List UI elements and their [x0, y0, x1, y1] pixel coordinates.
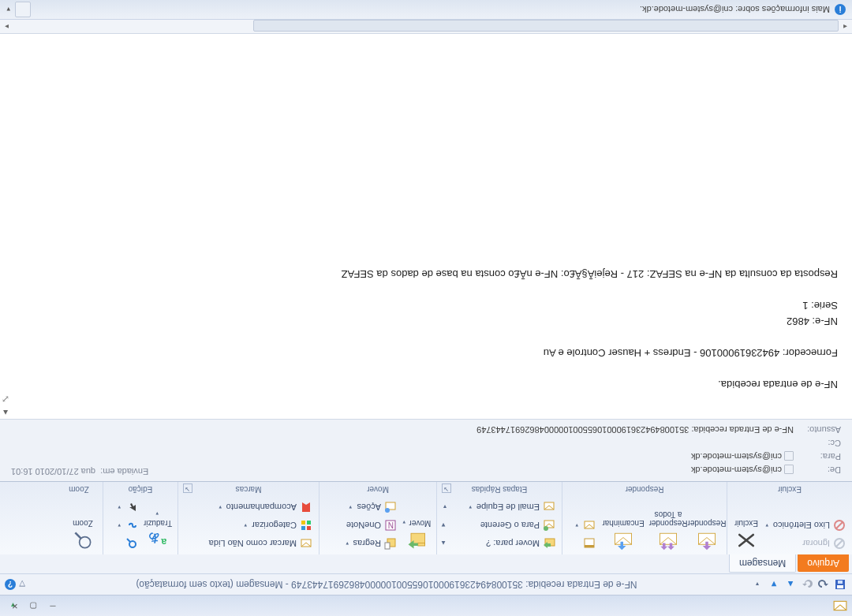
- find-button[interactable]: [114, 535, 141, 552]
- body-line: Resposta da consulta da NF-e na SEFAZ: 2…: [342, 268, 838, 280]
- delete-button[interactable]: Excluir: [731, 519, 762, 553]
- forward-button[interactable]: Encaminhar: [600, 519, 646, 553]
- expand-icon[interactable]: ⤢: [2, 394, 9, 405]
- message-body[interactable]: ▲ ⤢ NF-e de entrada recebida. Fornecedor…: [0, 34, 852, 419]
- move-button[interactable]: Mover ▾: [400, 518, 433, 553]
- svg-text:N: N: [388, 521, 394, 529]
- svg-point-35: [80, 537, 91, 548]
- onenote-button[interactable]: NOneNote: [342, 517, 400, 534]
- svg-point-16: [544, 526, 548, 531]
- save-icon[interactable]: [833, 577, 847, 592]
- svg-line-36: [75, 532, 80, 538]
- body-line: Fornecedor: 49423619000106 - Endress + H…: [544, 347, 838, 359]
- translate-button[interactable]: aあ Traduzir ▾: [141, 510, 174, 553]
- related-button[interactable]: ▾: [114, 517, 141, 534]
- svg-line-5: [836, 540, 843, 547]
- svg-point-33: [129, 541, 136, 547]
- reply-button[interactable]: Responder: [690, 519, 723, 553]
- categorize-button[interactable]: Categorizar▾: [189, 517, 316, 534]
- mark-unread-button[interactable]: Marcar como Não Lida: [189, 535, 316, 552]
- quickstep-manager[interactable]: Para o Gerente: [456, 517, 559, 534]
- undo-icon[interactable]: [816, 577, 831, 592]
- sent-date: Enviada em: qua 27/10/2010 16:01: [11, 467, 148, 476]
- scroll-up-icon[interactable]: ▲: [2, 409, 9, 417]
- prev-item-icon[interactable]: ▲: [783, 577, 798, 592]
- message-header: Enviada em: qua 27/10/2010 16:01 De:cni@…: [0, 419, 852, 481]
- tab-file[interactable]: Arquivo: [798, 554, 849, 572]
- from-value[interactable]: cni@system-metode.dk: [691, 463, 794, 476]
- group-mover: Mover ▾ Regras▾ NOneNote Ações▾ Mover: [319, 482, 436, 554]
- quickstep-move[interactable]: Mover para: ?: [456, 535, 559, 552]
- svg-text:あ: あ: [148, 532, 159, 545]
- group-excluir: Ignorar Lixo Eletrônico▾ Excluir Excluir: [727, 482, 852, 554]
- minimize-ribbon-icon[interactable]: ▽: [19, 581, 25, 589]
- dialog-launcher-icon[interactable]: ↘: [442, 483, 451, 493]
- body-line: NF-e de entrada recebida.: [718, 379, 838, 390]
- subject-value: NF-e de Entrada recebida: 35100849423619…: [476, 423, 794, 436]
- reply-all-button[interactable]: Responder a Todos: [646, 510, 690, 553]
- svg-rect-3: [838, 581, 843, 584]
- group-edicao: aあ Traduzir ▾ ▾ ▾ Edição: [103, 482, 178, 554]
- info-icon: i: [835, 4, 846, 15]
- redo-icon[interactable]: [800, 577, 814, 592]
- svg-point-25: [385, 508, 390, 513]
- chevron-down-icon[interactable]: ▾: [6, 6, 10, 13]
- minimize-button[interactable]: ─: [44, 600, 62, 613]
- rules-button[interactable]: Regras▾: [342, 535, 400, 552]
- chevron-down-icon: ▾: [765, 522, 768, 528]
- avatar[interactable]: [15, 2, 31, 17]
- svg-rect-27: [307, 526, 311, 530]
- more-respond-button[interactable]: ▾: [572, 517, 599, 534]
- actions-button[interactable]: Ações▾: [342, 498, 400, 516]
- help-icon[interactable]: ?: [5, 579, 16, 590]
- group-etapas: Mover para: ? Para o Gerente Email de Eq…: [436, 482, 562, 554]
- svg-rect-2: [837, 585, 843, 588]
- quick-access-toolbar: ▲ ▼ ▾ NF-e de Entrada recebida: 35100849…: [0, 573, 852, 595]
- body-line: NF-e: 4862: [787, 315, 838, 327]
- expand-gallery-icon[interactable]: ▾: [440, 498, 447, 516]
- ribbon: Ignorar Lixo Eletrônico▾ Excluir Excluir…: [0, 481, 852, 554]
- svg-rect-28: [301, 526, 305, 530]
- scroll-up-icon[interactable]: ▲: [440, 535, 447, 552]
- titlebar: ▾: [0, 595, 852, 616]
- close-button[interactable]: ✕: [6, 600, 24, 613]
- group-responder: Responder Responder a Todos Encaminhar ▾…: [562, 482, 727, 554]
- horizontal-scrollbar[interactable]: ◄ ►: [0, 20, 852, 34]
- ribbon-tabs: Arquivo Mensagem: [0, 554, 852, 573]
- window-controls: ─ ▢ ✕: [6, 600, 62, 613]
- junk-button[interactable]: Lixo Eletrônico▾: [762, 517, 849, 534]
- maximize-button[interactable]: ▢: [25, 600, 43, 613]
- scroll-left-icon[interactable]: ◄: [839, 20, 852, 33]
- scroll-thumb[interactable]: [253, 20, 839, 32]
- quickstep-team[interactable]: Email de Equipe▾: [456, 498, 559, 516]
- scroll-down-icon[interactable]: ▼: [440, 517, 447, 534]
- dialog-launcher-icon[interactable]: ↘: [183, 483, 192, 493]
- svg-rect-29: [307, 521, 311, 525]
- qat-dropdown-icon[interactable]: ▾: [750, 577, 764, 592]
- followup-button[interactable]: Acompanhamento▾: [189, 498, 316, 516]
- svg-rect-21: [385, 543, 390, 549]
- status-text[interactable]: Mais informações sobre: cni@system-metod…: [640, 5, 830, 14]
- to-value[interactable]: cni@system-metode.dk: [691, 450, 794, 463]
- body-line: Serie: 1: [802, 300, 838, 312]
- zoom-button[interactable]: Zoom: [66, 519, 99, 553]
- svg-rect-19: [418, 543, 425, 547]
- scroll-right-icon[interactable]: ►: [0, 20, 13, 33]
- system-menu-icon[interactable]: [833, 599, 847, 613]
- svg-line-34: [127, 539, 130, 542]
- ignore-button[interactable]: Ignorar: [762, 535, 849, 552]
- cc-label: Cc:: [794, 436, 841, 450]
- group-marcas: Marcar como Não Lida Categorizar▾ Acompa…: [178, 482, 319, 554]
- tab-message[interactable]: Mensagem: [729, 554, 796, 573]
- svg-rect-12: [585, 545, 594, 547]
- window-title: NF-e de Entrada recebida: 35100849423619…: [25, 579, 748, 590]
- svg-text:a: a: [161, 536, 166, 547]
- next-item-icon[interactable]: ▼: [767, 577, 781, 592]
- group-zoom: Zoom Zoom: [55, 482, 103, 554]
- meeting-button[interactable]: [572, 535, 599, 552]
- svg-rect-30: [301, 521, 305, 525]
- subject-label: Assunto:: [794, 423, 841, 436]
- status-bar: i Mais informações sobre: cni@system-met…: [0, 0, 852, 20]
- to-label: Para:: [794, 450, 841, 463]
- select-button[interactable]: ▾: [114, 498, 141, 516]
